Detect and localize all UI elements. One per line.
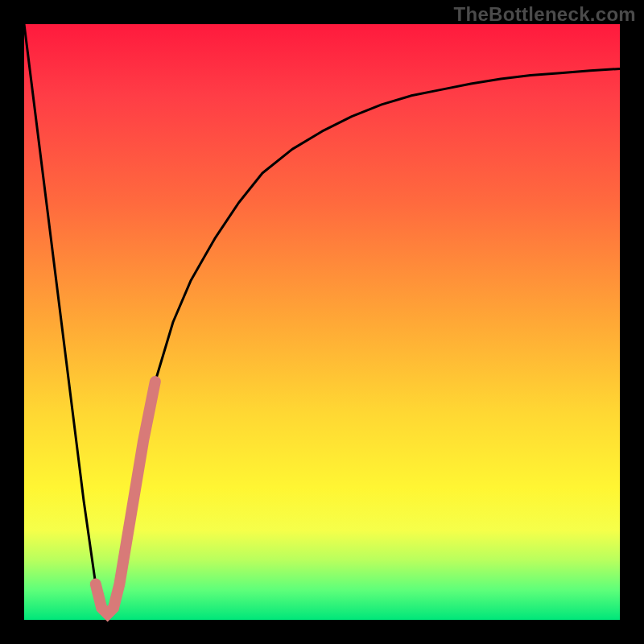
v-curve-path [24,24,620,614]
plot-area [24,24,620,620]
highlight-segment-path [96,382,155,614]
curve-layer [24,24,620,620]
chart-frame: TheBottleneck.com [0,0,644,644]
watermark-text: TheBottleneck.com [454,3,636,26]
